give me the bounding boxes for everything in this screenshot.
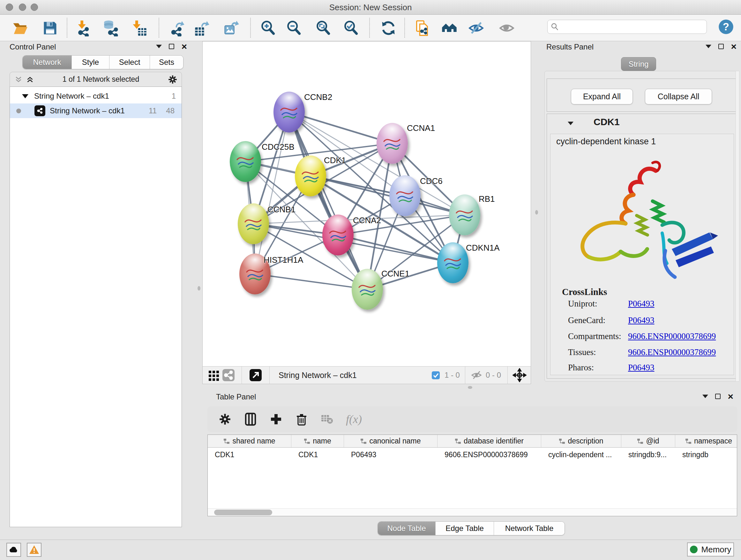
- crosslink-link[interactable]: P06493: [628, 299, 655, 309]
- export-network-button[interactable]: [168, 18, 187, 38]
- right-splitter-handle[interactable]: [535, 210, 538, 214]
- apply-layout-button[interactable]: [379, 18, 398, 38]
- warnings-button[interactable]: [27, 543, 42, 557]
- gear-icon[interactable]: [167, 74, 178, 84]
- tab-edge-table[interactable]: Edge Table: [435, 522, 494, 535]
- zoom-selected-button[interactable]: [341, 18, 360, 38]
- table-h-scrollbar[interactable]: [208, 508, 737, 516]
- create-column-button[interactable]: [267, 411, 285, 428]
- expand-all-icon[interactable]: [26, 75, 34, 84]
- open-session-button[interactable]: [10, 18, 29, 38]
- export-table-button[interactable]: [192, 18, 212, 38]
- detach-view-button[interactable]: [248, 368, 263, 382]
- memory-button[interactable]: Memory: [687, 543, 734, 557]
- left-splitter-handle[interactable]: [198, 286, 200, 291]
- delete-column-button[interactable]: [293, 411, 310, 428]
- table-cell[interactable]: CDK1: [208, 448, 291, 462]
- zoom-fit-button[interactable]: [314, 18, 333, 38]
- panel-maximize-icon[interactable]: [715, 394, 721, 399]
- tab-string[interactable]: String: [621, 57, 656, 71]
- panel-close-icon[interactable]: ×: [728, 394, 733, 399]
- import-network-file-button[interactable]: [74, 18, 93, 38]
- tree-expander-icon[interactable]: [22, 94, 28, 98]
- hidden-elements-button[interactable]: [470, 368, 483, 382]
- protein-thumbnail-icon: [356, 278, 379, 301]
- panel-close-icon[interactable]: ×: [731, 44, 737, 49]
- crosslink-link[interactable]: 9606.ENSP00000378699: [628, 348, 716, 357]
- tab-network-table[interactable]: Network Table: [494, 522, 564, 535]
- column-header-name[interactable]: name: [291, 435, 344, 447]
- import-table-button[interactable]: [130, 18, 149, 38]
- network-node-CCNB2[interactable]: [273, 91, 305, 132]
- show-graphics-button[interactable]: [497, 18, 516, 38]
- table-cell[interactable]: P06493: [344, 448, 437, 462]
- panel-float-icon[interactable]: [705, 45, 711, 48]
- results-scrollbar[interactable]: [736, 71, 739, 381]
- crosslink-link[interactable]: P06493: [628, 363, 655, 373]
- network-edge[interactable]: [255, 274, 367, 289]
- column-header-databaseidentifier[interactable]: database identifier: [437, 435, 541, 447]
- network-node-CCNB1[interactable]: [238, 203, 269, 244]
- network-node-CDC25B[interactable]: [230, 141, 261, 182]
- toggle-graphics-details-button[interactable]: [467, 18, 486, 38]
- delete-table-button[interactable]: [319, 411, 336, 428]
- table-cell[interactable]: CDK1: [291, 448, 344, 462]
- table-row[interactable]: CDK1CDK1P064939606.ENSP00000378699cyclin…: [208, 448, 737, 462]
- column-header-sharedname[interactable]: shared name: [208, 435, 291, 447]
- network-view-mode-button[interactable]: [221, 368, 236, 382]
- help-button[interactable]: ?: [718, 18, 734, 35]
- table-cell[interactable]: stringdb: [675, 448, 737, 462]
- network-collection-row[interactable]: String Network – cdk1 1: [10, 89, 182, 104]
- panel-close-icon[interactable]: ×: [181, 44, 187, 49]
- table-cell[interactable]: stringdb:9...: [621, 448, 675, 462]
- tab-sets[interactable]: Sets: [150, 56, 183, 69]
- string-copy-network-button[interactable]: [413, 18, 432, 38]
- expand-all-button[interactable]: Expand All: [571, 89, 633, 105]
- collapse-all-button[interactable]: Collapse All: [645, 89, 712, 105]
- column-header-canonicalname[interactable]: canonical name: [344, 435, 437, 447]
- panel-float-icon[interactable]: [702, 395, 708, 398]
- panel-maximize-icon[interactable]: [718, 44, 724, 49]
- network-canvas[interactable]: CCNB2 CCNA1 CDC25B CDK1 CDC6 RB1 CCNB1 C…: [203, 42, 531, 367]
- table-settings-button[interactable]: [216, 411, 233, 428]
- network-row-selected[interactable]: String Network – cdk1 11 48: [10, 104, 182, 118]
- selected-nodes-checkbox[interactable]: [430, 370, 441, 381]
- tab-network[interactable]: Network: [23, 56, 72, 69]
- section-expander-icon[interactable]: [568, 122, 574, 125]
- network-edge[interactable]: [255, 112, 289, 274]
- export-image-button[interactable]: [222, 18, 241, 38]
- tab-select[interactable]: Select: [110, 56, 150, 69]
- show-columns-button[interactable]: [242, 411, 259, 428]
- column-header-namespace[interactable]: namespace: [675, 435, 737, 447]
- table-cell[interactable]: 9606.ENSP00000378699: [437, 448, 541, 462]
- network-node-CDC6[interactable]: [389, 175, 421, 216]
- save-session-button[interactable]: [41, 18, 60, 38]
- zoom-out-button[interactable]: [284, 18, 304, 38]
- home-button[interactable]: [440, 18, 459, 38]
- birdseye-button[interactable]: [512, 367, 528, 383]
- column-header-id[interactable]: @id: [621, 435, 675, 447]
- network-node-CCNA1[interactable]: [377, 123, 408, 164]
- function-builder-button[interactable]: f(x): [346, 413, 362, 426]
- panel-float-icon[interactable]: [156, 45, 162, 48]
- search-input[interactable]: [559, 22, 706, 32]
- network-node-CDK1[interactable]: [295, 155, 326, 196]
- tab-style[interactable]: Style: [72, 56, 110, 69]
- panel-maximize-icon[interactable]: [169, 44, 174, 49]
- network-node-CCNE1[interactable]: [352, 269, 383, 310]
- crosslink-link[interactable]: P06493: [628, 315, 655, 325]
- network-node-CCNA2[interactable]: [322, 214, 354, 255]
- cloud-status-button[interactable]: [6, 543, 21, 557]
- crosslink-link[interactable]: 9606.ENSP00000378699: [628, 331, 716, 341]
- column-type-icon: [637, 438, 643, 444]
- scrollbar-thumb[interactable]: [214, 509, 272, 515]
- table-cell[interactable]: cyclin-dependent ...: [541, 448, 621, 462]
- collapse-all-icon[interactable]: [14, 75, 23, 84]
- column-header-description[interactable]: description: [541, 435, 621, 447]
- zoom-in-button[interactable]: [259, 18, 278, 38]
- grid-view-button[interactable]: [206, 368, 221, 382]
- network-node-CDKN1A[interactable]: [437, 242, 468, 283]
- tab-node-table[interactable]: Node Table: [378, 522, 435, 535]
- network-node-RB1[interactable]: [449, 194, 480, 235]
- import-network-database-button[interactable]: [102, 18, 121, 38]
